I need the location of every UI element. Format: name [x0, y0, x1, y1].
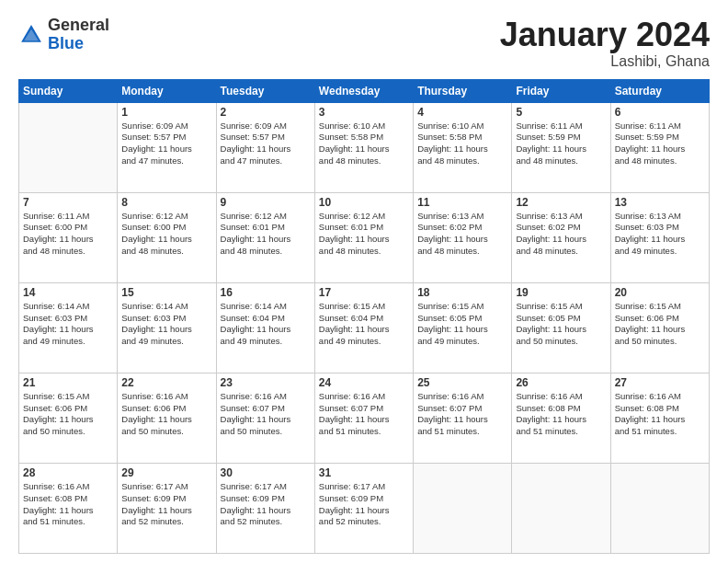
day-info: Sunrise: 6:17 AMSunset: 6:09 PMDaylight:… — [221, 481, 311, 528]
day-info: Sunrise: 6:16 AMSunset: 6:07 PMDaylight:… — [319, 391, 409, 438]
calendar-cell: 2Sunrise: 6:09 AMSunset: 5:57 PMDaylight… — [216, 102, 314, 192]
day-number: 14 — [23, 286, 113, 299]
day-info: Sunrise: 6:16 AMSunset: 6:07 PMDaylight:… — [417, 391, 507, 438]
weekday-header: Saturday — [610, 79, 709, 102]
calendar-cell: 1Sunrise: 6:09 AMSunset: 5:57 PMDaylight… — [118, 102, 216, 192]
header: General Blue January 2024 Lashibi, Ghana — [18, 17, 710, 70]
calendar-cell: 6Sunrise: 6:11 AMSunset: 5:59 PMDaylight… — [610, 102, 709, 192]
calendar-cell: 15Sunrise: 6:14 AMSunset: 6:03 PMDayligh… — [118, 282, 216, 373]
day-info: Sunrise: 6:16 AMSunset: 6:06 PMDaylight:… — [121, 391, 211, 438]
day-info: Sunrise: 6:17 AMSunset: 6:09 PMDaylight:… — [121, 481, 211, 528]
day-info: Sunrise: 6:11 AMSunset: 5:59 PMDaylight:… — [615, 121, 705, 167]
day-number: 21 — [23, 376, 113, 389]
calendar-week-row: 21Sunrise: 6:15 AMSunset: 6:06 PMDayligh… — [19, 373, 710, 463]
calendar-table: SundayMondayTuesdayWednesdayThursdayFrid… — [18, 79, 710, 554]
day-number: 22 — [121, 376, 211, 389]
weekday-header: Tuesday — [216, 79, 314, 102]
day-info: Sunrise: 6:10 AMSunset: 5:58 PMDaylight:… — [417, 121, 507, 167]
day-info: Sunrise: 6:14 AMSunset: 6:03 PMDaylight:… — [23, 301, 113, 348]
calendar-cell: 28Sunrise: 6:16 AMSunset: 6:08 PMDayligh… — [19, 463, 118, 553]
page: General Blue January 2024 Lashibi, Ghana… — [0, 0, 728, 563]
calendar-cell — [19, 102, 118, 192]
day-number: 17 — [319, 286, 409, 299]
day-number: 30 — [221, 466, 311, 479]
calendar-cell: 29Sunrise: 6:17 AMSunset: 6:09 PMDayligh… — [118, 463, 216, 553]
calendar-cell: 22Sunrise: 6:16 AMSunset: 6:06 PMDayligh… — [118, 373, 216, 463]
calendar-week-row: 28Sunrise: 6:16 AMSunset: 6:08 PMDayligh… — [19, 463, 710, 553]
calendar-cell — [414, 463, 512, 553]
day-info: Sunrise: 6:09 AMSunset: 5:57 PMDaylight:… — [121, 121, 211, 167]
day-number: 31 — [319, 466, 409, 479]
day-info: Sunrise: 6:14 AMSunset: 6:04 PMDaylight:… — [221, 301, 311, 348]
calendar-cell: 25Sunrise: 6:16 AMSunset: 6:07 PMDayligh… — [414, 373, 512, 463]
weekday-header: Friday — [512, 79, 610, 102]
day-info: Sunrise: 6:16 AMSunset: 6:08 PMDaylight:… — [23, 481, 113, 528]
day-number: 19 — [516, 286, 606, 299]
calendar-cell: 16Sunrise: 6:14 AMSunset: 6:04 PMDayligh… — [216, 282, 314, 373]
calendar-cell: 23Sunrise: 6:16 AMSunset: 6:07 PMDayligh… — [216, 373, 314, 463]
day-info: Sunrise: 6:13 AMSunset: 6:02 PMDaylight:… — [516, 211, 606, 258]
day-number: 18 — [417, 286, 507, 299]
calendar-cell: 20Sunrise: 6:15 AMSunset: 6:06 PMDayligh… — [610, 282, 709, 373]
weekday-header: Wednesday — [314, 79, 413, 102]
day-info: Sunrise: 6:15 AMSunset: 6:05 PMDaylight:… — [417, 301, 507, 348]
calendar-cell: 13Sunrise: 6:13 AMSunset: 6:03 PMDayligh… — [610, 192, 709, 282]
weekday-header: Sunday — [19, 79, 118, 102]
logo-general: General — [48, 16, 109, 34]
day-info: Sunrise: 6:15 AMSunset: 6:06 PMDaylight:… — [615, 301, 705, 348]
calendar-cell: 12Sunrise: 6:13 AMSunset: 6:02 PMDayligh… — [512, 192, 610, 282]
calendar-cell: 8Sunrise: 6:12 AMSunset: 6:00 PMDaylight… — [118, 192, 216, 282]
day-number: 5 — [516, 106, 606, 119]
location: Lashibi, Ghana — [500, 53, 710, 70]
day-info: Sunrise: 6:15 AMSunset: 6:06 PMDaylight:… — [23, 391, 113, 438]
day-info: Sunrise: 6:13 AMSunset: 6:02 PMDaylight:… — [417, 211, 507, 258]
logo-text: General Blue — [48, 17, 109, 53]
calendar-cell: 30Sunrise: 6:17 AMSunset: 6:09 PMDayligh… — [216, 463, 314, 553]
calendar-cell: 24Sunrise: 6:16 AMSunset: 6:07 PMDayligh… — [314, 373, 413, 463]
title-block: January 2024 Lashibi, Ghana — [500, 17, 710, 70]
day-number: 6 — [615, 106, 705, 119]
day-number: 24 — [319, 376, 409, 389]
day-info: Sunrise: 6:12 AMSunset: 6:00 PMDaylight:… — [121, 211, 211, 258]
day-number: 11 — [417, 196, 507, 209]
day-info: Sunrise: 6:12 AMSunset: 6:01 PMDaylight:… — [221, 211, 311, 258]
calendar-week-row: 14Sunrise: 6:14 AMSunset: 6:03 PMDayligh… — [19, 282, 710, 373]
day-number: 23 — [221, 376, 311, 389]
day-number: 26 — [516, 376, 606, 389]
day-info: Sunrise: 6:14 AMSunset: 6:03 PMDaylight:… — [121, 301, 211, 348]
day-number: 8 — [121, 196, 211, 209]
day-info: Sunrise: 6:16 AMSunset: 6:08 PMDaylight:… — [516, 391, 606, 438]
day-number: 4 — [417, 106, 507, 119]
calendar-cell: 3Sunrise: 6:10 AMSunset: 5:58 PMDaylight… — [314, 102, 413, 192]
day-number: 25 — [417, 376, 507, 389]
calendar-cell: 21Sunrise: 6:15 AMSunset: 6:06 PMDayligh… — [19, 373, 118, 463]
calendar-cell: 18Sunrise: 6:15 AMSunset: 6:05 PMDayligh… — [414, 282, 512, 373]
day-number: 3 — [319, 106, 409, 119]
calendar-cell: 26Sunrise: 6:16 AMSunset: 6:08 PMDayligh… — [512, 373, 610, 463]
day-number: 29 — [121, 466, 211, 479]
day-info: Sunrise: 6:16 AMSunset: 6:08 PMDaylight:… — [615, 391, 705, 438]
day-info: Sunrise: 6:15 AMSunset: 6:04 PMDaylight:… — [319, 301, 409, 348]
weekday-header: Thursday — [414, 79, 512, 102]
calendar-cell: 17Sunrise: 6:15 AMSunset: 6:04 PMDayligh… — [314, 282, 413, 373]
month-title: January 2024 — [500, 17, 710, 53]
day-info: Sunrise: 6:13 AMSunset: 6:03 PMDaylight:… — [615, 211, 705, 258]
calendar-week-row: 1Sunrise: 6:09 AMSunset: 5:57 PMDaylight… — [19, 102, 710, 192]
calendar-cell: 19Sunrise: 6:15 AMSunset: 6:05 PMDayligh… — [512, 282, 610, 373]
calendar-week-row: 7Sunrise: 6:11 AMSunset: 6:00 PMDaylight… — [19, 192, 710, 282]
day-info: Sunrise: 6:15 AMSunset: 6:05 PMDaylight:… — [516, 301, 606, 348]
logo-blue: Blue — [48, 34, 84, 52]
calendar-cell: 7Sunrise: 6:11 AMSunset: 6:00 PMDaylight… — [19, 192, 118, 282]
day-info: Sunrise: 6:16 AMSunset: 6:07 PMDaylight:… — [221, 391, 311, 438]
day-number: 1 — [121, 106, 211, 119]
calendar-cell — [610, 463, 709, 553]
day-number: 7 — [23, 196, 113, 209]
calendar-cell: 9Sunrise: 6:12 AMSunset: 6:01 PMDaylight… — [216, 192, 314, 282]
calendar-cell: 10Sunrise: 6:12 AMSunset: 6:01 PMDayligh… — [314, 192, 413, 282]
calendar-cell: 5Sunrise: 6:11 AMSunset: 5:59 PMDaylight… — [512, 102, 610, 192]
day-info: Sunrise: 6:12 AMSunset: 6:01 PMDaylight:… — [319, 211, 409, 258]
day-number: 20 — [615, 286, 705, 299]
day-info: Sunrise: 6:17 AMSunset: 6:09 PMDaylight:… — [319, 481, 409, 528]
weekday-header: Monday — [118, 79, 216, 102]
calendar-cell: 4Sunrise: 6:10 AMSunset: 5:58 PMDaylight… — [414, 102, 512, 192]
